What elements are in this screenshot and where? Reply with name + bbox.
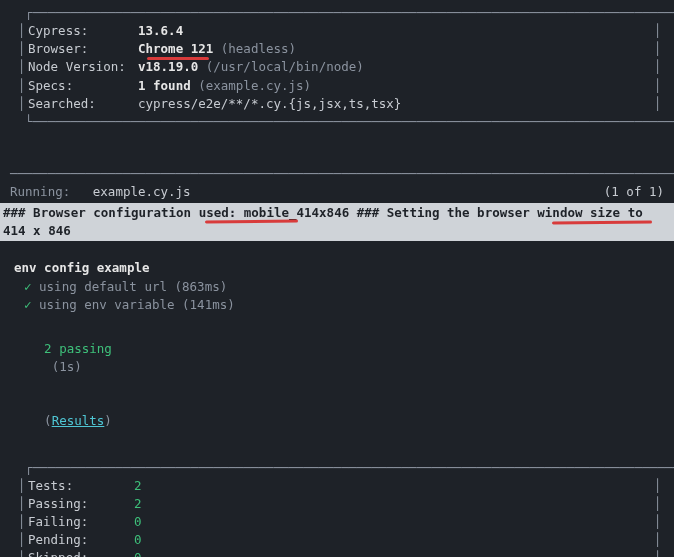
results-block: ┌───────────────────────────────────────… [0, 449, 674, 557]
header-block: ┌───────────────────────────────────────… [0, 0, 674, 131]
header-value: cypress/e2e/**/*.cy.{js,jsx,ts,tsx} [138, 95, 401, 113]
results-value: 0 [134, 513, 142, 531]
check-icon: ✓ [24, 297, 32, 312]
results-value: 0 [134, 531, 142, 549]
results-value: 2 [134, 477, 142, 495]
results-label: Skipped: [28, 549, 134, 557]
results-link-line: (Results) [10, 394, 664, 448]
header-label: Specs: [28, 77, 138, 95]
results-row: │ Pending:0│ [18, 531, 664, 549]
running-spec: example.cy.js [93, 184, 191, 199]
suite-title: env config example [10, 259, 664, 277]
test-item: ✓ using env variable (141ms) [24, 296, 664, 314]
results-row: │ Passing:2│ [18, 495, 664, 513]
header-extra: (/usr/local/bin/node) [198, 58, 364, 76]
box-border-top-2: ────────────────────────────────────────… [10, 165, 664, 183]
results-link[interactable]: Results [52, 413, 105, 428]
header-row: │ Browser:Chrome 121 (headless)│ [18, 40, 664, 58]
results-label: Tests: [28, 477, 134, 495]
header-label: Cypress: [28, 22, 138, 40]
results-row: │ Tests:2│ [18, 477, 664, 495]
header-label: Browser: [28, 40, 138, 58]
header-row: │ Specs:1 found (example.cy.js)│ [18, 77, 664, 95]
test-item: ✓ using default url (863ms) [24, 278, 664, 296]
running-counter: (1 of 1) [604, 183, 664, 201]
running-block: ────────────────────────────────────────… [0, 161, 674, 201]
box-border-top: ┌───────────────────────────────────────… [10, 4, 664, 22]
check-icon: ✓ [24, 279, 32, 294]
header-extra: (example.cy.js) [191, 77, 311, 95]
header-row: │ Node Version:v18.19.0 (/usr/local/bin/… [18, 58, 664, 76]
header-value: 13.6.4 [138, 22, 183, 40]
header-label: Node Version: [28, 58, 138, 76]
results-label: Passing: [28, 495, 134, 513]
results-value: 2 [134, 495, 142, 513]
header-extra: (headless) [213, 40, 296, 58]
results-label: Pending: [28, 531, 134, 549]
results-row: │ Failing:0│ [18, 513, 664, 531]
header-row: │ Searched:cypress/e2e/**/*.cy.{js,jsx,t… [18, 95, 664, 113]
results-label: Failing: [28, 513, 134, 531]
test-time: (863ms) [175, 279, 228, 294]
running-label: Running: [10, 184, 70, 199]
results-row: │ Skipped:0│ [18, 549, 664, 557]
header-row: │ Cypress:13.6.4│ [18, 22, 664, 40]
test-time: (141ms) [182, 297, 235, 312]
running-line: Running: example.cy.js (1 of 1) [10, 183, 664, 201]
box-border-top-3: ┌───────────────────────────────────────… [10, 459, 664, 477]
tests-block: env config example ✓ using default url (… [0, 241, 674, 448]
test-text: using default url [39, 279, 167, 294]
header-value: v18.19.0 [138, 58, 198, 76]
header-value: 1 found [138, 77, 191, 95]
box-border-bottom: └───────────────────────────────────────… [10, 113, 664, 131]
passing-summary: 2 passing (1s) [10, 322, 664, 395]
test-text: using env variable [39, 297, 174, 312]
results-value: 0 [134, 549, 142, 557]
header-label: Searched: [28, 95, 138, 113]
header-value: Chrome 121 [138, 40, 213, 58]
annotation-underline-browser [147, 57, 209, 60]
